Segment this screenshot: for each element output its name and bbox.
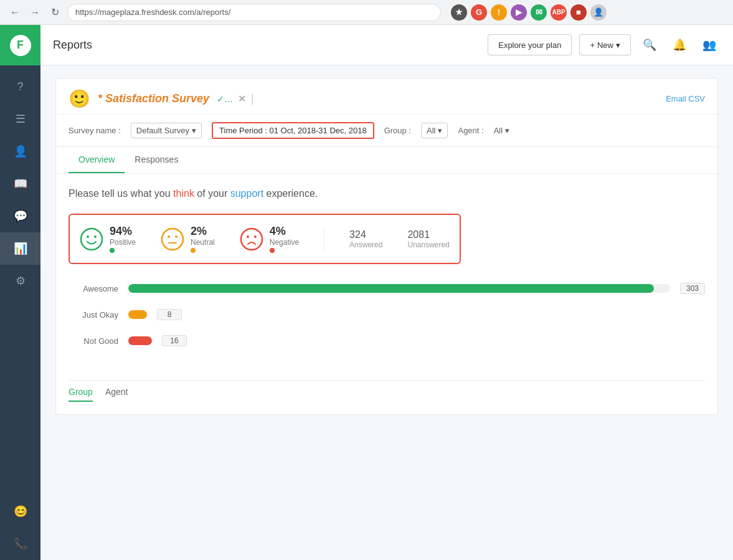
tab-overview[interactable]: Overview <box>69 147 125 173</box>
main-content: 🙂 * Satisfaction Survey ✓… ✕ | Email CSV… <box>40 65 733 560</box>
tab-responses[interactable]: Responses <box>125 147 188 173</box>
time-period-box[interactable]: Time Period : 01 Oct, 2018-31 Dec, 2018 <box>212 122 374 139</box>
bar-row-just-okay: Just Okay 8 <box>69 309 705 320</box>
report-actions: ✓… ✕ | <box>217 92 254 105</box>
positive-dot <box>110 248 115 253</box>
bar-row-not-good: Not Good 16 <box>69 335 705 346</box>
neutral-percent: 2% <box>191 225 215 238</box>
bar-value-awesome: 303 <box>680 283 705 294</box>
ext-1: ★ <box>451 4 467 21</box>
help-icon: ? <box>17 80 23 93</box>
back-button[interactable]: ← <box>7 5 22 20</box>
negative-label: Negative <box>270 238 299 247</box>
new-label: New <box>597 40 613 50</box>
survey-dropdown-icon: ▾ <box>192 126 196 135</box>
sidebar-item-phone[interactable]: 📞 <box>0 528 40 560</box>
sidebar: F ? ☰ 👤 📖 💬 📊 ⚙ 😊 📞 <box>0 25 40 560</box>
svg-point-8 <box>247 235 249 238</box>
agent-label: Agent : <box>458 126 483 135</box>
group-label: Group : <box>384 126 411 135</box>
unanswered-count: 2081 <box>407 229 449 240</box>
svg-point-9 <box>254 235 257 238</box>
bottom-tab-agent[interactable]: Agent <box>105 387 128 402</box>
stat-positive: 94% Positive <box>80 225 136 253</box>
search-button[interactable]: 🔍 <box>638 34 661 56</box>
app-logo[interactable]: F <box>0 25 40 65</box>
report-title-prefix: * <box>98 92 105 105</box>
report-title-text: Satisfaction Survey <box>105 92 209 105</box>
sidebar-item-face[interactable]: 😊 <box>0 495 40 528</box>
email-csv-button[interactable]: Email CSV <box>666 94 705 103</box>
address-bar[interactable]: https://mageplaza.freshdesk.com/a/report… <box>67 4 441 21</box>
notifications-button[interactable]: 🔔 <box>668 34 691 56</box>
browser-chrome: ← → ↻ https://mageplaza.freshdesk.com/a/… <box>0 0 733 25</box>
report-icon: 🙂 <box>69 88 90 109</box>
bar-fill-awesome <box>128 284 654 293</box>
filters-bar: Survey name : Default Survey ▾ Time Peri… <box>56 115 717 147</box>
check-icon: ✓… <box>217 94 233 104</box>
ext-2: G <box>471 4 487 21</box>
positive-label: Positive <box>110 238 136 247</box>
neutral-dot <box>191 248 196 253</box>
sidebar-item-contacts[interactable]: 👤 <box>0 135 40 168</box>
close-icon[interactable]: ✕ <box>238 93 246 105</box>
sidebar-bottom: 😊 📞 <box>0 495 40 560</box>
survey-question: Please tell us what you think of your su… <box>69 186 705 201</box>
negative-percent: 4% <box>270 225 299 238</box>
bottom-tab-group[interactable]: Group <box>69 387 93 402</box>
bar-value-just-okay: 8 <box>157 309 182 320</box>
explore-plan-button[interactable]: Explore your plan <box>488 34 572 55</box>
new-button[interactable]: + New ▾ <box>579 34 631 55</box>
reports-icon: 📊 <box>14 242 27 255</box>
bottom-tabs: Group Agent <box>69 380 705 402</box>
group-dropdown-icon: ▾ <box>438 126 442 135</box>
ext-6: ABP <box>551 4 567 21</box>
neutral-smiley-icon <box>161 227 184 251</box>
sidebar-item-chat[interactable]: 💬 <box>0 200 40 232</box>
agent-dropdown[interactable]: All ▾ <box>494 126 509 135</box>
bar-row-awesome: Awesome 303 <box>69 283 705 294</box>
sidebar-item-help[interactable]: ? <box>0 70 40 103</box>
contacts-icon: 👤 <box>14 145 27 158</box>
bar-value-not-good: 16 <box>162 335 187 346</box>
bar-dot-just-okay <box>128 310 147 319</box>
browser-extension-icons: ★ G ! ▶ ✉ ABP ■ 👤 <box>451 4 607 21</box>
sidebar-item-settings[interactable]: ⚙ <box>0 265 40 297</box>
bell-icon: 🔔 <box>673 38 686 52</box>
face-icon: 😊 <box>14 505 27 518</box>
positive-smiley-icon <box>80 227 103 251</box>
svg-point-4 <box>168 235 170 238</box>
refresh-button[interactable]: ↻ <box>47 5 62 20</box>
forward-button[interactable]: → <box>27 5 42 20</box>
ext-4: ▶ <box>511 4 527 21</box>
neutral-label: Neutral <box>191 238 215 247</box>
question-support: support <box>230 188 263 199</box>
stat-unanswered: 2081 Unanswered <box>407 229 449 249</box>
survey-name-dropdown[interactable]: Default Survey ▾ <box>131 123 202 138</box>
plus-icon: + <box>590 40 595 50</box>
phone-icon: 📞 <box>14 537 27 551</box>
group-dropdown[interactable]: All ▾ <box>421 123 448 138</box>
users-button[interactable]: 👥 <box>698 34 721 56</box>
chat-icon: 💬 <box>14 209 27 223</box>
stat-negative: 4% Negative <box>240 225 299 253</box>
survey-name-label: Survey name : <box>69 126 121 135</box>
time-period-label: Time Period : <box>219 126 267 135</box>
user-avatar: 👤 <box>590 4 607 21</box>
svg-point-2 <box>94 235 97 238</box>
survey-name-value: Default Survey <box>136 126 189 135</box>
sidebar-item-reports[interactable]: 📊 <box>0 232 40 265</box>
ext-5: ✉ <box>531 4 547 21</box>
agent-value: All <box>494 126 503 135</box>
users-icon: 👥 <box>702 38 716 52</box>
unanswered-label: Unanswered <box>407 240 449 249</box>
tabs-bar: Overview Responses <box>56 147 717 174</box>
logo-letter: F <box>10 35 31 56</box>
sidebar-item-tickets[interactable]: ☰ <box>0 103 40 135</box>
ext-7: ■ <box>570 4 587 21</box>
bar-section: Awesome 303 Just Okay 8 <box>69 283 705 374</box>
tickets-icon: ☰ <box>16 112 26 126</box>
sidebar-item-knowledge[interactable]: 📖 <box>0 168 40 200</box>
report-card: 🙂 * Satisfaction Survey ✓… ✕ | Email CSV… <box>55 78 718 415</box>
report-header: 🙂 * Satisfaction Survey ✓… ✕ | Email CSV <box>56 78 717 115</box>
